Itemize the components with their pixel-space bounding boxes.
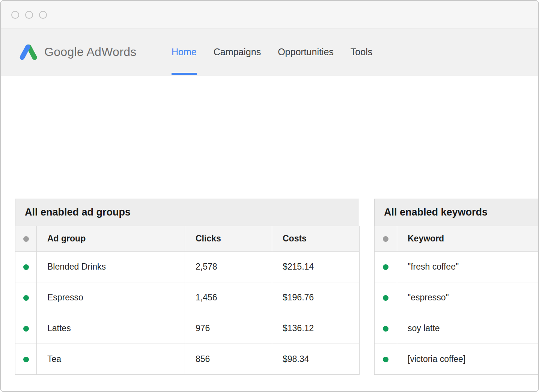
keywords-card-title: All enabled keywords <box>374 199 539 226</box>
dashboard-content: All enabled ad groups Ad group Clicks Co… <box>1 75 538 391</box>
ad-groups-table: Ad group Clicks Costs Blended Drinks 2,5… <box>15 226 360 375</box>
ad-group-name: Lattes <box>37 313 185 344</box>
ad-group-row[interactable]: Blended Drinks 2,578 $215.14 <box>15 252 360 282</box>
tab-opportunities[interactable]: Opportunities <box>278 29 334 75</box>
status-cell <box>15 252 37 282</box>
keyword-text: "espresso" <box>397 282 539 313</box>
keyword-row[interactable]: "fresh coffee" <box>375 252 539 282</box>
window-minimize-button[interactable] <box>25 11 33 19</box>
keywords-card: All enabled keywords Keyword <box>374 199 539 375</box>
keyword-row[interactable]: soy latte <box>375 313 539 344</box>
ad-group-clicks: 976 <box>185 313 272 344</box>
enabled-status-icon <box>383 295 388 301</box>
keywords-header-row: Keyword <box>375 226 539 252</box>
status-column-header <box>375 226 397 252</box>
keyword-text: soy latte <box>397 313 539 344</box>
ad-group-clicks: 856 <box>185 344 272 375</box>
status-cell <box>15 344 37 375</box>
tab-home[interactable]: Home <box>172 29 197 75</box>
status-cell <box>15 282 37 313</box>
adwords-logo[interactable]: Google AdWords <box>19 29 137 75</box>
keyword-row[interactable]: [victoria coffee] <box>375 344 539 375</box>
ad-groups-header-row: Ad group Clicks Costs <box>15 226 360 252</box>
ad-groups-card-title: All enabled ad groups <box>15 199 359 226</box>
enabled-status-icon <box>23 264 29 270</box>
keyword-row[interactable]: "espresso" <box>375 282 539 313</box>
status-cell <box>375 252 397 282</box>
adwords-logo-icon <box>19 44 38 61</box>
app-header: Google AdWords Home Campaigns Opportunit… <box>1 29 538 75</box>
ad-group-row[interactable]: Espresso 1,456 $196.76 <box>15 282 360 313</box>
col-header-costs: Costs <box>272 226 360 252</box>
enabled-status-icon <box>383 357 388 362</box>
enabled-status-icon <box>383 264 388 270</box>
ad-group-name: Blended Drinks <box>37 252 185 282</box>
keyword-text: [victoria coffee] <box>397 344 539 375</box>
dashboard-tables: All enabled ad groups Ad group Clicks Co… <box>1 75 538 375</box>
ad-groups-card: All enabled ad groups Ad group Clicks Co… <box>15 199 359 375</box>
ad-group-costs: $136.12 <box>272 313 360 344</box>
ad-group-costs: $98.34 <box>272 344 360 375</box>
tab-campaigns[interactable]: Campaigns <box>214 29 261 75</box>
enabled-status-icon <box>23 326 29 332</box>
ad-group-row[interactable]: Tea 856 $98.34 <box>15 344 360 375</box>
enabled-status-icon <box>23 357 29 362</box>
enabled-status-icon <box>23 295 29 301</box>
ad-group-costs: $215.14 <box>272 252 360 282</box>
brand-name: Google AdWords <box>44 45 137 59</box>
ad-group-name: Espresso <box>37 282 185 313</box>
ad-group-clicks: 1,456 <box>185 282 272 313</box>
window-close-button[interactable] <box>11 11 19 19</box>
enabled-status-icon <box>383 326 388 332</box>
browser-window: Google AdWords Home Campaigns Opportunit… <box>0 0 539 392</box>
tab-tools[interactable]: Tools <box>351 29 372 75</box>
ad-group-costs: $196.76 <box>272 282 360 313</box>
col-header-ad-group: Ad group <box>37 226 185 252</box>
primary-nav: Home Campaigns Opportunities Tools <box>172 29 372 75</box>
keywords-table: Keyword "fresh coffee" <box>374 226 539 375</box>
status-cell <box>375 344 397 375</box>
status-column-header <box>15 226 37 252</box>
keyword-text: "fresh coffee" <box>397 252 539 282</box>
status-dot-icon <box>383 236 388 242</box>
col-header-clicks: Clicks <box>185 226 272 252</box>
col-header-keyword: Keyword <box>397 226 539 252</box>
status-cell <box>375 282 397 313</box>
window-zoom-button[interactable] <box>39 11 47 19</box>
status-cell <box>375 313 397 344</box>
ad-group-clicks: 2,578 <box>185 252 272 282</box>
status-dot-icon <box>23 236 29 242</box>
ad-group-row[interactable]: Lattes 976 $136.12 <box>15 313 360 344</box>
ad-group-name: Tea <box>37 344 185 375</box>
status-cell <box>15 313 37 344</box>
window-titlebar <box>1 1 538 29</box>
